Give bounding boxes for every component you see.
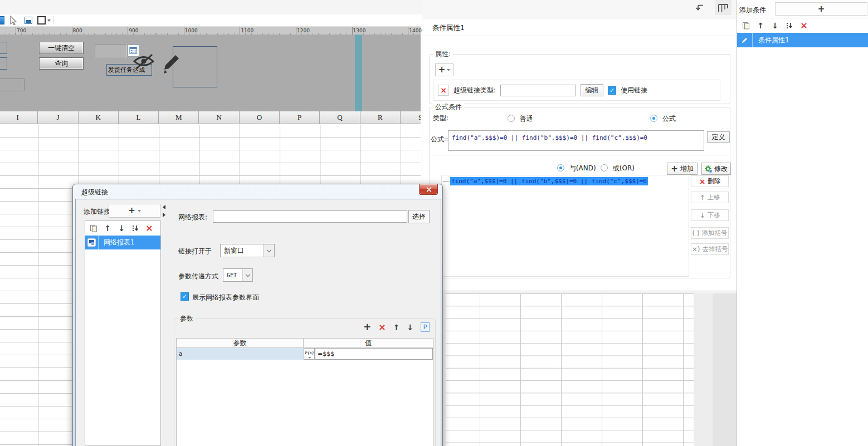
add-condition-button[interactable]: + 增加 xyxy=(667,163,698,175)
cursor-icon[interactable] xyxy=(9,16,18,25)
close-icon xyxy=(426,187,431,192)
move-up-icon[interactable]: ↑ xyxy=(755,20,766,31)
parameter-value-input[interactable]: =$$$ xyxy=(315,348,433,360)
query-button[interactable]: 查询 xyxy=(39,57,84,70)
designer-toolbar xyxy=(0,14,422,26)
panel-splitter[interactable] xyxy=(163,205,165,217)
duplicate-icon[interactable] xyxy=(740,20,752,31)
column-header[interactable]: P xyxy=(280,111,320,124)
remove-attribute-button[interactable]: × xyxy=(438,85,449,96)
ruler-mark: 1100 xyxy=(241,28,253,33)
add-attribute-button[interactable]: + xyxy=(435,63,453,76)
use-link-checkbox[interactable]: ✓ xyxy=(608,86,616,95)
move-down-icon: ↓ xyxy=(699,212,705,219)
parameters-group-label: 参数 xyxy=(178,314,196,324)
show-params-checkbox[interactable]: ✓ xyxy=(181,292,189,301)
clear-all-button[interactable]: 一键清空 xyxy=(39,42,84,54)
sheet-grid[interactable] xyxy=(446,293,694,446)
collapse-left-icon xyxy=(163,205,165,209)
shape-tool-icon[interactable] xyxy=(38,17,45,24)
column-header[interactable]: J xyxy=(38,111,78,124)
delete-icon: × xyxy=(440,86,447,94)
move-down-icon[interactable]: ↓ xyxy=(407,324,413,331)
delete-icon[interactable]: × xyxy=(798,20,810,31)
open-in-label: 链接打开于 xyxy=(178,247,212,256)
parameter-row[interactable]: aF(x)=$$$ xyxy=(177,348,433,360)
conditions-toolbar: ↑ ↓ × xyxy=(740,20,810,31)
move-down-icon[interactable]: ↓ xyxy=(116,223,127,234)
column-header[interactable]: N xyxy=(199,111,239,124)
sort-order-icon[interactable] xyxy=(130,223,141,234)
column-header[interactable]: M xyxy=(159,111,199,124)
add-condition-button[interactable]: + xyxy=(775,2,867,16)
sort-order-icon[interactable] xyxy=(784,20,795,31)
duplicate-icon[interactable] xyxy=(88,223,99,234)
canvas-text-field[interactable] xyxy=(95,44,127,57)
move-up-icon[interactable]: ↑ xyxy=(393,324,400,331)
radio-and[interactable]: 与(AND) xyxy=(557,164,596,173)
add-parameter-icon[interactable]: + xyxy=(363,322,371,332)
formula-input[interactable]: find("a",$$$)=0 || find("b",$$$)=0 || fi… xyxy=(448,130,704,151)
freeze-pane-icon[interactable] xyxy=(715,0,732,15)
close-button[interactable] xyxy=(419,184,438,195)
condition-item-label: 条件属性1 xyxy=(758,36,789,45)
gear-icon xyxy=(705,165,712,173)
widget-box[interactable] xyxy=(0,79,25,91)
condition-list-item-selected[interactable]: 条件属性1 xyxy=(737,33,868,47)
widget-box[interactable] xyxy=(0,57,7,70)
move-up-button[interactable]: ↑ 上移 xyxy=(691,192,729,203)
radio-normal[interactable]: 普通 xyxy=(508,114,533,124)
rect-shape[interactable] xyxy=(173,46,217,87)
plus-icon: + xyxy=(438,66,446,74)
link-list-item-selected[interactable]: 网络报表1 xyxy=(85,236,160,249)
report-path-input[interactable] xyxy=(213,210,407,223)
define-formula-button[interactable]: 定义 xyxy=(707,131,730,143)
delete-icon[interactable]: × xyxy=(144,223,155,234)
add-bracket-button[interactable]: ( ) 添加括号 xyxy=(691,227,729,239)
condition-list-row[interactable]: find("a",$$$)=0 || find("b",$$$)=0 || fi… xyxy=(442,177,689,185)
edit-hyperlink-button[interactable]: 编辑 xyxy=(581,84,603,96)
expand-right-icon xyxy=(163,213,165,217)
design-canvas[interactable]: 一键清空 查询 发货任务达成 xyxy=(0,35,421,111)
column-header[interactable]: Q xyxy=(320,111,360,124)
partial-tool-icon[interactable] xyxy=(0,16,4,24)
condition-list[interactable]: find("a",$$$)=0 || find("b",$$$)=0 || fi… xyxy=(441,175,689,277)
column-header[interactable]: O xyxy=(240,111,280,124)
add-link-button[interactable]: + xyxy=(109,204,160,218)
parameter-name-cell[interactable]: a xyxy=(177,348,304,360)
radio-formula[interactable]: 公式 xyxy=(650,114,676,124)
sheet-area-bottom-right xyxy=(443,291,737,446)
modify-condition-button[interactable]: 修改 xyxy=(701,163,731,175)
shape-tool-dropdown-icon[interactable] xyxy=(47,19,51,22)
widget-box[interactable] xyxy=(0,42,7,54)
remove-brackets-icon: ×) xyxy=(692,246,700,253)
move-down-button[interactable]: ↓ 下移 xyxy=(691,209,729,221)
parameters-table-header: 参数 值 xyxy=(177,339,433,348)
column-header[interactable]: K xyxy=(79,111,119,124)
sheet-column-headers[interactable]: IJKLMNOPQRS xyxy=(0,111,421,124)
move-up-icon[interactable]: ↑ xyxy=(102,223,113,234)
column-header[interactable]: R xyxy=(360,111,401,124)
delete-parameter-icon[interactable]: × xyxy=(378,323,386,332)
open-in-dropdown[interactable]: 新窗口 xyxy=(220,244,275,257)
sheet-margin xyxy=(713,293,737,446)
column-header[interactable]: I xyxy=(0,111,38,124)
delete-condition-button[interactable]: × 删除 xyxy=(691,175,729,187)
show-params-label: 展示网络报表参数界面 xyxy=(192,293,259,302)
image-icon[interactable] xyxy=(25,17,32,24)
move-down-icon[interactable]: ↓ xyxy=(769,20,781,31)
hyperlink-type-input[interactable] xyxy=(500,85,576,96)
hyperlink-attribute-row: × 超级链接类型: 编辑 ✓ 使用链接 xyxy=(433,80,720,101)
dock-arrow-icon[interactable] xyxy=(695,3,705,12)
link-list: ↑ ↓ × xyxy=(85,220,161,446)
fx-icon[interactable]: F(x) xyxy=(304,348,315,360)
top-strip-right xyxy=(422,0,737,18)
column-header[interactable]: S xyxy=(401,111,421,124)
radio-or[interactable]: 或(OR) xyxy=(601,164,635,173)
radio-selected-icon xyxy=(650,115,657,122)
select-report-button[interactable]: 选择 xyxy=(408,210,430,223)
p-icon[interactable]: P xyxy=(421,322,430,332)
column-header[interactable]: L xyxy=(119,111,159,124)
remove-bracket-button[interactable]: ×) 去掉括号 xyxy=(691,243,729,255)
method-dropdown[interactable]: GET xyxy=(223,268,253,282)
